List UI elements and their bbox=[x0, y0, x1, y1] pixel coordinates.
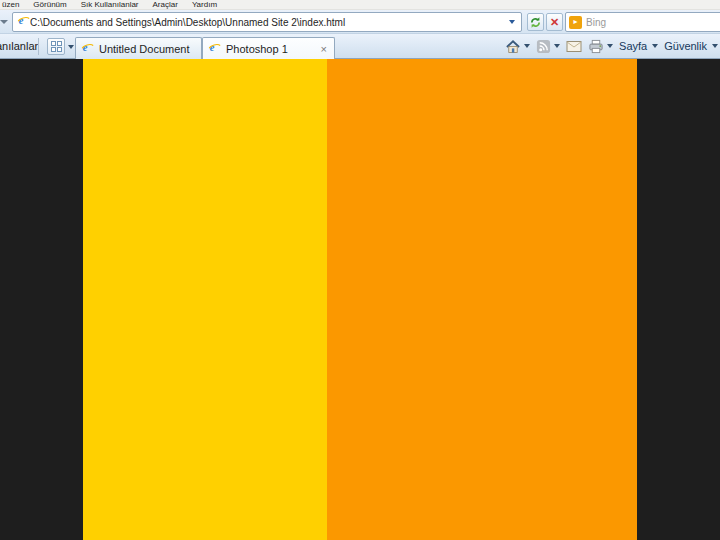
security-menu-button[interactable]: Güvenlik bbox=[661, 36, 720, 56]
rss-feed-icon bbox=[536, 39, 551, 54]
svg-text:e: e bbox=[19, 15, 24, 26]
read-mail-button[interactable] bbox=[563, 36, 585, 56]
menu-item-favorites[interactable]: Sık Kullanılanlar bbox=[74, 0, 146, 9]
search-input[interactable] bbox=[582, 17, 720, 28]
home-button[interactable] bbox=[502, 36, 533, 56]
page-menu-label: Sayfa bbox=[619, 40, 647, 52]
ie-page-icon: e bbox=[81, 41, 94, 56]
chevron-down-icon bbox=[712, 44, 718, 48]
menu-bar: üzen Görünüm Sık Kullanılanlar Araçlar Y… bbox=[0, 0, 720, 10]
page-menu-button[interactable]: Sayfa bbox=[616, 36, 661, 56]
chevron-down-icon[interactable] bbox=[0, 20, 8, 24]
chevron-down-icon bbox=[607, 44, 613, 48]
page-content bbox=[0, 59, 720, 540]
stop-button[interactable]: ✕ bbox=[546, 13, 563, 31]
search-box[interactable]: ▸ bbox=[565, 12, 720, 32]
favorites-button-partial[interactable]: anılanlar bbox=[0, 40, 38, 52]
quick-tabs-button[interactable] bbox=[47, 38, 65, 55]
tab-bar: anılanlar e Untitled Document e bbox=[0, 34, 720, 59]
home-icon bbox=[505, 39, 521, 54]
bing-icon: ▸ bbox=[569, 16, 582, 29]
ie-page-icon: e bbox=[17, 13, 30, 31]
menu-item-help[interactable]: Yardım bbox=[185, 0, 224, 9]
stop-icon: ✕ bbox=[550, 17, 559, 28]
tab-label: Untitled Document bbox=[99, 43, 196, 55]
mail-icon bbox=[566, 40, 582, 53]
command-bar: Sayfa Güvenlik bbox=[502, 34, 720, 58]
address-bar-row: e ✕ ▸ bbox=[0, 10, 720, 34]
security-menu-label: Güvenlik bbox=[664, 40, 707, 52]
browser-window: üzen Görünüm Sık Kullanılanlar Araçlar Y… bbox=[0, 0, 720, 540]
refresh-button[interactable] bbox=[527, 13, 544, 31]
separator bbox=[38, 38, 39, 55]
tab-label: Photoshop 1 bbox=[226, 43, 319, 55]
refresh-icon bbox=[529, 16, 542, 29]
printer-icon bbox=[588, 39, 604, 54]
menu-item-edit-partial[interactable]: üzen bbox=[0, 0, 26, 9]
chevron-down-icon bbox=[68, 45, 74, 49]
svg-text:e: e bbox=[210, 42, 215, 53]
chevron-down-icon bbox=[509, 20, 515, 24]
menu-item-tools[interactable]: Araçlar bbox=[146, 0, 185, 9]
tab-photoshop-1[interactable]: e Photoshop 1 × bbox=[202, 37, 335, 59]
chevron-down-icon bbox=[554, 44, 560, 48]
print-button[interactable] bbox=[585, 36, 616, 56]
chevron-down-icon bbox=[524, 44, 530, 48]
url-input[interactable] bbox=[30, 17, 505, 28]
chevron-down-icon bbox=[652, 44, 658, 48]
close-icon[interactable]: × bbox=[319, 43, 329, 55]
menu-item-view[interactable]: Görünüm bbox=[26, 0, 73, 9]
address-dropdown-button[interactable] bbox=[505, 14, 519, 30]
address-field[interactable]: e bbox=[12, 12, 522, 32]
yellow-column bbox=[83, 59, 327, 540]
orange-column bbox=[327, 59, 637, 540]
ie-page-icon: e bbox=[208, 41, 221, 56]
feeds-button[interactable] bbox=[533, 36, 563, 56]
tab-untitled-document[interactable]: e Untitled Document bbox=[75, 37, 202, 59]
quick-tabs-icon bbox=[51, 41, 62, 52]
svg-text:e: e bbox=[83, 42, 88, 53]
